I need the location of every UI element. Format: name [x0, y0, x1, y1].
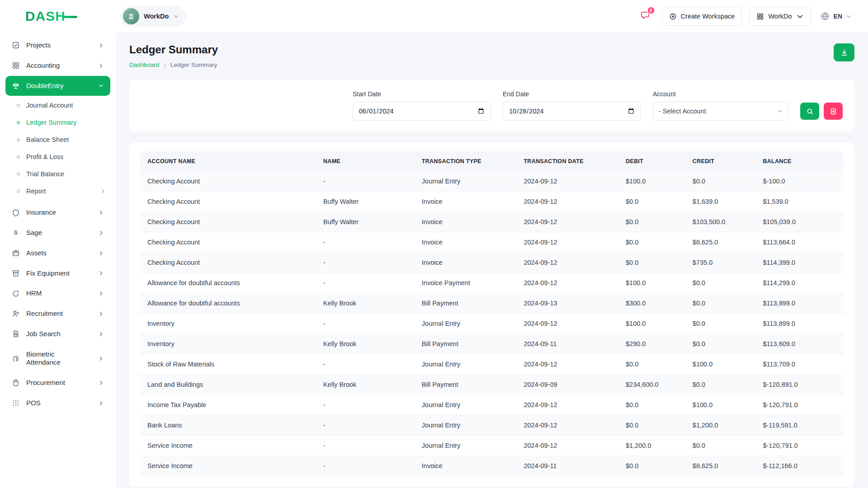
sidebar-item-job-search[interactable]: Job Search	[5, 324, 110, 344]
table-row: Checking AccountBuffy WalterInvoice2024-…	[140, 192, 844, 212]
ledger-table: ACCOUNT NAMENAMETRANSACTION TYPETRANSACT…	[140, 151, 844, 476]
table-cell: 2024-09-11	[516, 334, 618, 354]
table-cell: Allowance for doubtful accounts	[140, 293, 316, 314]
circle-icon	[16, 189, 20, 193]
logo-area: DASH	[0, 9, 116, 24]
recruitment-icon	[12, 310, 20, 318]
table-cell: $-120,891.0	[755, 375, 844, 395]
table-row: Service Income-Journal Entry2024-09-12$1…	[140, 436, 844, 456]
topbar: DASH WorkDo 0 Create Workspace WorkDo	[0, 0, 868, 33]
plus-circle-icon	[669, 13, 677, 20]
table-cell: $113,664.0	[755, 232, 844, 253]
biometric-icon	[12, 354, 20, 362]
table-cell: Inventory	[140, 314, 316, 334]
column-header-name: NAME	[316, 151, 415, 171]
create-workspace-button[interactable]: Create Workspace	[662, 7, 742, 26]
sidebar-item-biometric-attendance[interactable]: Biometric Attendance	[5, 344, 110, 373]
sidebar-subitem-journal-account[interactable]: Journal Account	[10, 97, 110, 114]
messages-button[interactable]: 0	[638, 9, 652, 24]
table-cell: Bill Payment	[415, 375, 517, 395]
create-workspace-label: Create Workspace	[681, 13, 735, 20]
table-cell: Inventory	[140, 334, 316, 354]
sidebar-item-recruitment[interactable]: Recruitment	[5, 304, 110, 324]
chevron-right-icon	[98, 270, 104, 276]
table-cell: Buffy Walter	[316, 192, 415, 212]
sidebar-item-fix-equipment[interactable]: Fix Equipment	[5, 263, 110, 284]
procurement-icon	[12, 379, 20, 387]
table-cell: 2024-09-12	[516, 273, 618, 293]
start-date-input[interactable]	[353, 102, 491, 121]
sidebar-item-pos[interactable]: POS	[5, 393, 110, 413]
chevron-right-icon	[98, 291, 104, 296]
circle-icon	[16, 155, 20, 159]
table-cell: $0.0	[685, 293, 756, 314]
table-cell: -	[316, 354, 415, 375]
sidebar-subitem-report[interactable]: Report	[10, 183, 110, 200]
account-select[interactable]: - Select Account	[653, 102, 788, 121]
workspace-switcher[interactable]: WorkDo	[120, 6, 186, 27]
sidebar-item-label: HRM	[26, 289, 84, 298]
table-row: Checking Account-Journal Entry2024-09-12…	[140, 171, 844, 192]
page-header: Ledger Summary Dashboard › Ledger Summar…	[129, 43, 854, 69]
filter-actions	[800, 103, 843, 121]
sidebar-subitem-trial-balance[interactable]: Trial Balance	[10, 165, 110, 183]
sidebar-subitem-profit-loss[interactable]: Profit & Loss	[10, 148, 110, 165]
column-header-debit: DEBIT	[618, 151, 685, 171]
chevron-right-icon	[100, 188, 106, 194]
table-cell: Bill Payment	[415, 334, 517, 354]
sidebar-item-accounting[interactable]: Accounting	[5, 56, 110, 76]
table-cell: -	[316, 273, 415, 293]
column-header-transaction-type: TRANSACTION TYPE	[415, 151, 517, 171]
sidebar-item-label: Accounting	[26, 61, 84, 70]
sidebar-item-hrm[interactable]: HRM	[5, 283, 110, 304]
table-cell: Journal Entry	[415, 415, 517, 436]
download-button[interactable]	[834, 43, 854, 61]
breadcrumb-dashboard-link[interactable]: Dashboard	[129, 61, 159, 68]
table-cell: $-119,591.0	[755, 415, 844, 436]
table-cell: $1,639.0	[685, 192, 756, 212]
sidebar-item-doubleentry[interactable]: DoubleEntry	[5, 76, 110, 96]
insurance-icon	[12, 209, 20, 217]
search-button[interactable]	[800, 103, 819, 120]
table-cell: -	[316, 314, 415, 334]
table-row: Service Income-Invoice2024-09-11$0.0$8,6…	[140, 456, 844, 476]
table-cell: -	[316, 171, 415, 192]
table-cell: 2024-09-12	[516, 192, 618, 212]
table-cell: $0.0	[618, 395, 685, 415]
reset-button[interactable]	[824, 103, 843, 120]
table-cell: Kelly Brook	[316, 334, 415, 354]
table-row: Checking AccountBuffy WalterInvoice2024-…	[140, 212, 844, 232]
sidebar-item-insurance[interactable]: Insurance	[5, 202, 110, 223]
sidebar-subitem-balance-sheet[interactable]: Balance Sheet	[10, 131, 110, 148]
sidebar-item-projects[interactable]: Projects	[5, 35, 110, 56]
language-selector[interactable]: EN	[820, 11, 852, 21]
table-cell: -	[316, 253, 415, 273]
table-cell: -	[316, 415, 415, 436]
sidebar-item-procurement[interactable]: Procurement	[5, 373, 110, 393]
sidebar-item-label: DoubleEntry	[26, 82, 84, 90]
table-cell: Service Income	[140, 436, 316, 456]
workdo-menu-button[interactable]: WorkDo	[749, 7, 811, 26]
chevron-right-icon	[98, 400, 104, 406]
sidebar-item-sage[interactable]: SSage	[5, 223, 110, 243]
end-date-label: End Date	[503, 90, 641, 98]
circle-icon	[16, 172, 20, 176]
breadcrumb: Dashboard › Ledger Summary	[129, 61, 218, 69]
sidebar-item-assets[interactable]: Assets	[5, 243, 110, 263]
table-cell: $234,600.0	[618, 375, 685, 395]
column-header-transaction-date: TRANSACTION DATE	[516, 151, 618, 171]
chevron-right-icon	[98, 210, 104, 216]
table-cell: $290.0	[618, 334, 685, 354]
account-label: Account	[653, 90, 788, 98]
app-root: DASH WorkDo 0 Create Workspace WorkDo	[0, 0, 868, 488]
fix-equipment-icon	[12, 269, 20, 277]
table-cell: -	[316, 436, 415, 456]
table-row: Bank Loans-Journal Entry2024-09-12$0.0$1…	[140, 415, 844, 436]
table-cell: -	[316, 456, 415, 476]
sidebar-subitem-ledger-summary[interactable]: Ledger Summary	[10, 114, 110, 131]
search-icon	[806, 108, 814, 115]
end-date-input[interactable]	[503, 102, 641, 121]
app-logo[interactable]: DASH	[25, 9, 66, 24]
table-cell: $113,709.0	[755, 354, 844, 375]
table-cell: $735.0	[685, 253, 756, 273]
